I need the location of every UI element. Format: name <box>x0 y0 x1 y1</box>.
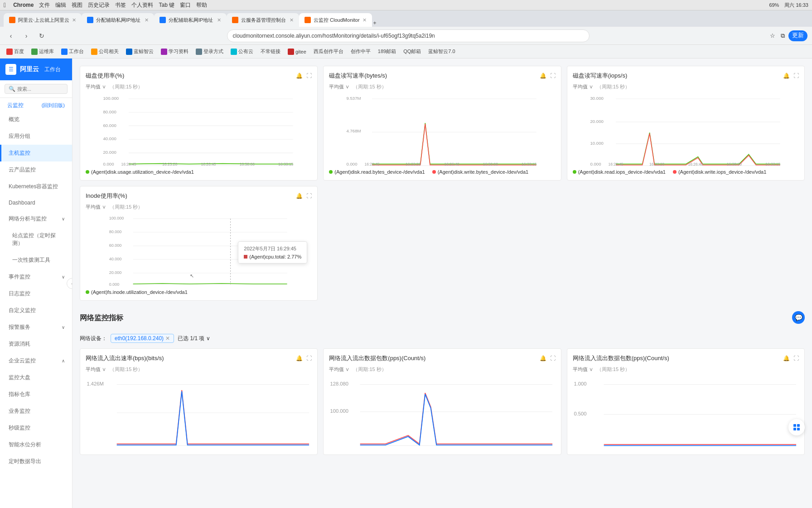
device-remove-icon[interactable]: ✕ <box>165 335 170 342</box>
tab-1[interactable]: 阿里云·上云就上阿里云 ✕ <box>4 13 82 27</box>
disk-iops-svg: 30.000 20.000 10.000 0.000 <box>573 94 799 166</box>
expand-icon-pps[interactable]: ⛶ <box>550 355 556 361</box>
expand-icon-2[interactable]: ⛶ <box>550 73 556 79</box>
sidebar-item-export[interactable]: 定时数据导出 <box>0 453 72 470</box>
avg-dropdown-pps[interactable]: 平均值 ∨ <box>329 366 349 373</box>
sidebar-item-bizmonitor[interactable]: 业务监控 <box>0 403 72 420</box>
avg-dropdown-pps2[interactable]: 平均值 ∨ <box>573 366 593 373</box>
sidebar-item-ai[interactable]: 智能水位分析 <box>0 436 72 453</box>
tab-close-3[interactable]: ✕ <box>217 17 221 23</box>
avg-dropdown-1[interactable]: 平均值 ∨ <box>86 83 106 90</box>
tab-close-5[interactable]: ✕ <box>362 17 367 23</box>
expand-icon-pps2[interactable]: ⛶ <box>793 355 799 361</box>
network-pps2-header: 网络流入流出数据包数(pps)(Count/s) 🔔 ⛶ <box>573 354 799 362</box>
bell-icon-bps[interactable]: 🔔 <box>296 355 303 361</box>
expand-icon-inode[interactable]: ⛶ <box>306 193 312 199</box>
tab-close-1[interactable]: ✕ <box>72 17 76 23</box>
bookmark-xigua[interactable]: 西瓜创作平台 <box>312 47 345 56</box>
sidebar-item-monitorboard[interactable]: 监控大盘 <box>0 369 72 386</box>
expand-icon-3[interactable]: ⛶ <box>793 73 799 79</box>
avg-dropdown-bps[interactable]: 平均值 ∨ <box>86 366 106 373</box>
tab-4[interactable]: 云服务器管理控制台 ✕ <box>227 13 299 27</box>
bell-icon-2[interactable]: 🔔 <box>540 73 546 79</box>
bookmark-learning[interactable]: 学习资料 <box>159 47 190 56</box>
device-tag[interactable]: eth0(192.168.0.240) ✕ <box>111 334 174 343</box>
logo-text: 阿里云 <box>20 65 39 73</box>
sidebar-item-overview[interactable]: 概览 <box>0 111 72 128</box>
sidebar-item-second[interactable]: 秒级监控 <box>0 420 72 436</box>
sidebar-item-oneshot[interactable]: 一次性拨测工具 <box>0 252 72 269</box>
bookmark-baidu[interactable]: 百度 <box>5 47 26 56</box>
float-settings-btn[interactable] <box>788 419 805 435</box>
forward-button[interactable]: › <box>20 29 33 42</box>
svg-text:10.000: 10.000 <box>590 141 603 146</box>
sidebar-item-enterprise[interactable]: 企业云监控 ∧ <box>0 352 72 369</box>
sidebar-item-host[interactable]: 主机监控 <box>0 145 72 161</box>
bell-icon-inode[interactable]: 🔔 <box>296 193 303 199</box>
svg-text:30.000: 30.000 <box>590 96 603 101</box>
sidebar-item-alarm[interactable]: 报警服务 ∨ <box>0 319 72 336</box>
sidebar-item-resources[interactable]: 资源消耗 <box>0 336 72 352</box>
sidebar-item-metrics[interactable]: 指标仓库 <box>0 386 72 403</box>
sidebar-item-k8s[interactable]: Kubernetes容器监控 <box>0 178 72 195</box>
bookmark-blueking2[interactable]: 蓝鲸智云7.0 <box>426 47 457 56</box>
tooltip-metric: (Agent)cpu.total: 2.77% <box>249 254 301 259</box>
bell-icon-3[interactable]: 🔔 <box>783 73 790 79</box>
search-box[interactable]: 🔍 <box>5 84 68 94</box>
bookmark-gitee[interactable]: gitee <box>286 48 308 56</box>
back-old-version[interactable]: (回到旧版) <box>42 102 65 109</box>
period-inode: （周期:15 秒） <box>110 204 143 210</box>
sidebar-item-custom[interactable]: 自定义监控 <box>0 302 72 319</box>
bookmark-blueking[interactable]: 蓝鲸智云 <box>124 47 155 56</box>
bookmark-login[interactable]: 登录方式 <box>194 47 225 56</box>
bell-icon-pps2[interactable]: 🔔 <box>783 355 790 361</box>
bookmark-company[interactable]: 公司相关 <box>89 47 121 56</box>
sidebar-item-dashboard[interactable]: Dashboard <box>0 195 72 210</box>
chat-icon[interactable]: 💬 <box>792 311 805 324</box>
bookmark-public[interactable]: 公有云 <box>229 47 255 56</box>
bookmark-189[interactable]: 189邮箱 <box>376 47 398 56</box>
network-pps-header: 网络流入流出数据包数(pps)(Count/s) 🔔 ⛶ <box>329 354 555 362</box>
svg-text:0.500: 0.500 <box>574 411 586 416</box>
bell-icon-pps[interactable]: 🔔 <box>540 355 546 361</box>
update-button[interactable]: 更新 <box>788 30 807 41</box>
reload-button[interactable]: ↻ <box>35 29 48 42</box>
avg-dropdown-2[interactable]: 平均值 ∨ <box>329 83 349 90</box>
bookmark-creator[interactable]: 创作中平 <box>349 47 372 56</box>
search-input[interactable] <box>17 86 63 92</box>
sidebar: ☰ 阿里云 工作台 🔍 云监控 (回到旧版) 概览 应用分组 主机监控 云产品监… <box>0 59 72 508</box>
bookmark-star[interactable]: ☆ <box>768 30 777 41</box>
disk-iops-legend: (Agent)disk.read.iops_device-/dev/vda1 (… <box>573 169 799 175</box>
tab-close-2[interactable]: ✕ <box>145 17 149 23</box>
sidebar-item-appgroup[interactable]: 应用分组 <box>0 128 72 145</box>
selected-count-dropdown[interactable]: 已选 1/1 项 ∨ <box>178 335 210 342</box>
sidebar-item-events[interactable]: 事件监控 ∨ <box>0 269 72 285</box>
sidebar-item-cloud[interactable]: 云产品监控 <box>0 161 72 178</box>
bell-icon[interactable]: 🔔 <box>296 73 303 79</box>
sidebar-item-logs[interactable]: 日志监控 <box>0 285 72 302</box>
avg-dropdown-3[interactable]: 平均值 ∨ <box>573 83 593 90</box>
tab-2[interactable]: 分配辅助私网IP地址 ✕ <box>82 13 154 27</box>
bookmark-qq[interactable]: QQ邮箱 <box>401 47 423 56</box>
avg-dropdown-inode[interactable]: 平均值 ∨ <box>86 204 106 210</box>
expand-icon-bps[interactable]: ⛶ <box>306 355 312 361</box>
tab-close-4[interactable]: ✕ <box>290 17 294 23</box>
back-button[interactable]: ‹ <box>5 29 17 42</box>
tab-5[interactable]: 云监控 CloudMonitor ✕ <box>299 13 372 27</box>
sidebar-item-network[interactable]: 网络分析与监控 ∨ <box>0 210 72 227</box>
new-tab-button[interactable]: ＋ <box>372 19 377 27</box>
menu-items[interactable]: 文件 编辑 视图 历史记录 书签 个人资料 Tab 键 窗口 帮助 <box>39 1 207 9</box>
chevron-down-icon-enterprise: ∧ <box>62 358 65 363</box>
app-layout: ☰ 阿里云 工作台 🔍 云监控 (回到旧版) 概览 应用分组 主机监控 云产品监… <box>0 59 812 508</box>
bookmark-unusual[interactable]: 不常链接 <box>259 47 282 56</box>
url-input[interactable]: cloudmonitornext.console.aliyun.com/host… <box>227 29 590 42</box>
bookmark-workspace[interactable]: 工作台 <box>59 47 86 56</box>
sidebar-item-site[interactable]: 站点监控（定时探测） <box>0 227 72 252</box>
bookmark-devops[interactable]: 运维库 <box>29 47 56 56</box>
extensions-button[interactable]: ⧉ <box>779 30 787 41</box>
tab-3[interactable]: 分配辅助私网IP地址 ✕ <box>154 13 227 27</box>
network-pps2-svg: 1.000 0.500 <box>573 376 799 449</box>
hamburger-icon[interactable]: ☰ <box>5 64 16 75</box>
expand-icon[interactable]: ⛶ <box>306 73 312 79</box>
sidebar-monitor-title[interactable]: 云监控 (回到旧版) <box>0 98 72 111</box>
